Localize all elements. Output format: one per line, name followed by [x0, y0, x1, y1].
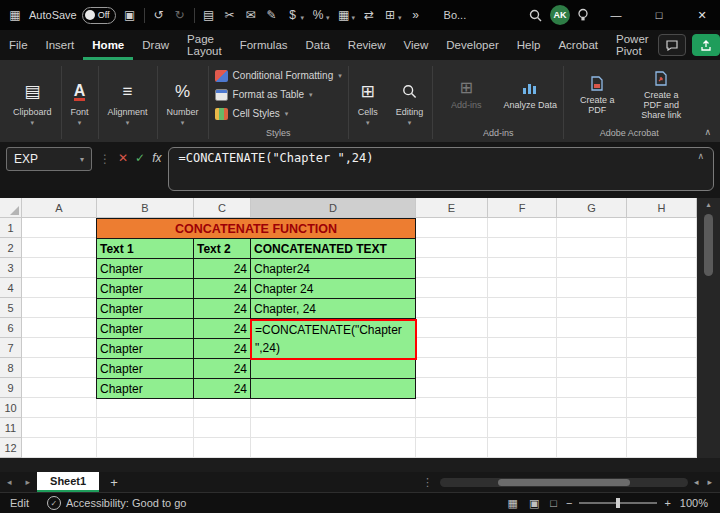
hscroll-right-icon[interactable]: ▸	[707, 477, 712, 487]
select-all-corner[interactable]	[0, 198, 22, 218]
grid-cell-F10[interactable]	[488, 398, 557, 418]
cell-C5[interactable]: 24	[194, 299, 251, 319]
grid-cell-B10[interactable]	[97, 398, 194, 418]
column-header-F[interactable]: F	[488, 198, 557, 218]
number-group-button[interactable]: % Number ▾	[158, 63, 208, 142]
sheet-nav-left-icon[interactable]: ◂	[0, 477, 19, 487]
grid-cell-G12[interactable]	[557, 438, 627, 458]
grid-cell-F7[interactable]	[488, 338, 557, 358]
cut-icon[interactable]: ✂	[223, 8, 237, 22]
tab-scroll-splitter-icon[interactable]: ⋮	[415, 476, 440, 489]
search-icon[interactable]	[529, 9, 543, 22]
grid-cell-F4[interactable]	[488, 278, 557, 298]
accounting-format-button[interactable]: $ ▾	[286, 8, 305, 22]
grid-cell-A2[interactable]	[22, 238, 97, 258]
merge-cells-button[interactable]: ▦ ▾	[337, 8, 356, 22]
autosave-toggle[interactable]: AutoSave Off	[29, 7, 116, 24]
grid-cell-G8[interactable]	[557, 358, 627, 378]
row-header-1[interactable]: 1	[0, 218, 22, 238]
lightbulb-icon[interactable]	[577, 8, 591, 22]
grid-cell-F6[interactable]	[488, 318, 557, 338]
sheet-nav-right-icon[interactable]: ▸	[19, 477, 38, 487]
grid-cell-G1[interactable]	[557, 218, 627, 238]
normal-view-icon[interactable]: ▦	[508, 497, 518, 510]
tab-file[interactable]: File	[0, 30, 37, 60]
cell-C3[interactable]: 24	[194, 259, 251, 279]
tab-power-pivot[interactable]: Power Pivot	[607, 30, 658, 60]
autosave-pill[interactable]: Off	[82, 7, 116, 24]
zoom-in-icon[interactable]: +	[664, 497, 670, 509]
grid-cell-A8[interactable]	[22, 358, 97, 378]
enter-icon[interactable]: ✓	[135, 151, 145, 165]
grid-cell-E2[interactable]	[416, 238, 488, 258]
redo-icon[interactable]: ↻	[173, 8, 187, 22]
cell-B5[interactable]: Chapter	[97, 299, 194, 319]
sheet-tab-sheet1[interactable]: Sheet1	[37, 472, 99, 492]
grid-cell-A5[interactable]	[22, 298, 97, 318]
share-button[interactable]	[692, 34, 720, 56]
grid-cell-H3[interactable]	[627, 258, 697, 278]
grid-cell-G3[interactable]	[557, 258, 627, 278]
row-header-7[interactable]: 7	[0, 338, 22, 358]
grid-cell-B12[interactable]	[97, 438, 194, 458]
close-button[interactable]: ✕	[684, 0, 720, 30]
column-header-G[interactable]: G	[557, 198, 627, 218]
grid-cell-E11[interactable]	[416, 418, 488, 438]
tab-formulas[interactable]: Formulas	[231, 30, 297, 60]
cell-B4[interactable]: Chapter	[97, 279, 194, 299]
grid-cell-F8[interactable]	[488, 358, 557, 378]
header-cell-text1[interactable]: Text 1	[97, 239, 194, 259]
grid-cell-H5[interactable]	[627, 298, 697, 318]
cells-group-button[interactable]: ⊞ Cells ▾	[349, 63, 387, 142]
drag-handle-icon[interactable]: ⋮	[99, 152, 111, 166]
cell-B8[interactable]: Chapter	[97, 359, 194, 379]
tab-review[interactable]: Review	[339, 30, 395, 60]
cell-B3[interactable]: Chapter	[97, 259, 194, 279]
cell-C8[interactable]: 24	[194, 359, 251, 379]
grid-cell-G6[interactable]	[557, 318, 627, 338]
column-header-A[interactable]: A	[22, 198, 97, 218]
grid-cell-F12[interactable]	[488, 438, 557, 458]
tab-data[interactable]: Data	[297, 30, 339, 60]
collapse-ribbon-icon[interactable]: ∧	[704, 127, 711, 137]
cell-C7[interactable]: 24	[194, 339, 251, 359]
page-break-view-icon[interactable]: □	[550, 497, 557, 510]
zoom-level[interactable]: 100%	[680, 497, 720, 509]
hscroll-left-icon[interactable]: ◂	[694, 477, 699, 487]
addins-button[interactable]: ⊞ Add-ins	[439, 79, 493, 110]
row-header-2[interactable]: 2	[0, 238, 22, 258]
grid-cell-C12[interactable]	[194, 438, 251, 458]
alignment-group-button[interactable]: ≡ Alignment ▾	[99, 63, 157, 142]
grid-cell-H7[interactable]	[627, 338, 697, 358]
grid-cell-F11[interactable]	[488, 418, 557, 438]
row-header-10[interactable]: 10	[0, 398, 22, 418]
grid-cell-A12[interactable]	[22, 438, 97, 458]
cell-D3[interactable]: Chapter24	[251, 259, 416, 279]
row-header-6[interactable]: 6	[0, 318, 22, 338]
grid-cell-H8[interactable]	[627, 358, 697, 378]
scroll-up-icon[interactable]: ▴	[706, 200, 710, 209]
cell-D4[interactable]: Chapter 24	[251, 279, 416, 299]
grid-cell-D12[interactable]	[251, 438, 416, 458]
cell-D8[interactable]	[251, 359, 416, 379]
grid-cell-E12[interactable]	[416, 438, 488, 458]
vertical-scrollbar[interactable]: ▴	[697, 198, 720, 458]
grid-cell-H4[interactable]	[627, 278, 697, 298]
grid-cell-H12[interactable]	[627, 438, 697, 458]
create-pdf-button[interactable]: Create a PDF	[570, 74, 624, 115]
cell-D5[interactable]: Chapter, 24	[251, 299, 416, 319]
column-header-B[interactable]: B	[97, 198, 194, 218]
grid-cell-D10[interactable]	[251, 398, 416, 418]
app-grid-icon[interactable]: ▦	[8, 8, 22, 22]
column-header-D[interactable]: D	[251, 198, 416, 218]
clipboard-group-button[interactable]: ▤ Clipboard ▾	[4, 63, 61, 142]
active-edit-cell[interactable]: =CONCATENATE("Chapter ",24)	[250, 319, 417, 360]
zoom-out-icon[interactable]: −	[566, 497, 572, 509]
header-cell-result[interactable]: CONCATENATED TEXT	[251, 239, 416, 259]
document-title[interactable]: Bo...	[444, 9, 467, 21]
grid-cell-H6[interactable]	[627, 318, 697, 338]
table-title-cell[interactable]: CONCATENATE FUNCTION	[97, 219, 416, 239]
cell-C6[interactable]: 24	[194, 319, 251, 339]
row-header-3[interactable]: 3	[0, 258, 22, 278]
vertical-scroll-thumb[interactable]	[704, 214, 713, 276]
